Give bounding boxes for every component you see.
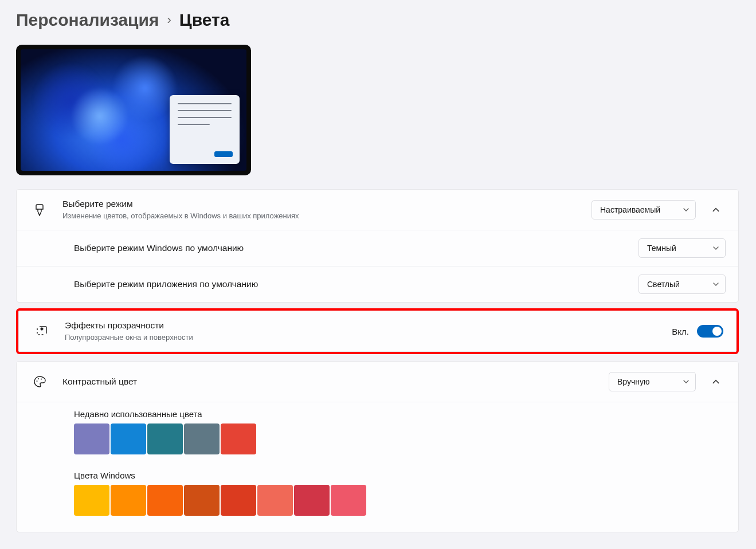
transparency-icon — [30, 325, 53, 338]
mode-panel: Выберите режим Изменение цветов, отображ… — [16, 189, 739, 303]
breadcrumb-current: Цвета — [179, 10, 230, 30]
mode-select[interactable]: Настраиваемый — [592, 200, 696, 219]
breadcrumb: Персонализация › Цвета — [16, 10, 739, 30]
transparency-toggle[interactable]: Вкл. — [672, 325, 723, 338]
wallpaper-preview — [21, 49, 246, 171]
windows-mode-select[interactable]: Темный — [639, 238, 726, 258]
transparency-title: Эффекты прозрачности — [65, 320, 660, 332]
transparency-row[interactable]: Эффекты прозрачности Полупрозрачные окна… — [19, 311, 736, 351]
windows-mode-row[interactable]: Выберите режим Windows по умолчанию Темн… — [17, 230, 738, 266]
color-swatch[interactable] — [147, 423, 183, 454]
transparency-desc: Полупрозрачные окна и поверхности — [65, 332, 660, 343]
color-swatch[interactable] — [221, 485, 256, 516]
color-swatch[interactable] — [294, 485, 330, 516]
color-swatch[interactable] — [111, 485, 146, 516]
windows-colors-label: Цвета Windows — [74, 470, 738, 480]
transparency-panel: Эффекты прозрачности Полупрозрачные окна… — [18, 311, 737, 352]
color-swatch[interactable] — [147, 485, 183, 516]
color-swatch[interactable] — [257, 485, 293, 516]
color-swatch[interactable] — [184, 485, 220, 516]
app-mode-label: Выберите режим приложения по умолчанию — [74, 279, 627, 291]
mode-select-value: Настраиваемый — [600, 205, 660, 214]
svg-point-2 — [41, 379, 42, 380]
chevron-right-icon: › — [167, 13, 171, 28]
windows-mode-label: Выберите режим Windows по умолчанию — [74, 242, 627, 254]
recent-colors-label: Недавно использованные цвета — [74, 409, 738, 419]
accent-mode-value: Вручную — [617, 377, 650, 386]
recent-colors-row — [74, 423, 738, 454]
palette-icon — [28, 375, 51, 388]
mode-collapse-button[interactable] — [706, 200, 726, 219]
accent-collapse-button[interactable] — [706, 372, 726, 391]
chevron-up-icon — [712, 378, 720, 386]
chevron-down-icon — [712, 281, 719, 288]
svg-point-1 — [38, 378, 39, 379]
windows-colors-row — [74, 485, 738, 516]
color-swatch[interactable] — [221, 423, 256, 454]
mode-row[interactable]: Выберите режим Изменение цветов, отображ… — [17, 190, 738, 230]
brush-icon — [28, 203, 51, 216]
highlight-box: Эффекты прозрачности Полупрозрачные окна… — [16, 308, 739, 354]
breadcrumb-parent[interactable]: Персонализация — [16, 10, 159, 30]
accent-panel: Контрастный цвет Вручную Недавно использ… — [16, 361, 739, 532]
chevron-down-icon — [683, 206, 690, 213]
color-swatch[interactable] — [74, 423, 109, 454]
toggle-switch[interactable] — [697, 325, 723, 338]
chevron-down-icon — [712, 245, 719, 252]
app-mode-select[interactable]: Светлый — [639, 274, 726, 294]
accent-title: Контрастный цвет — [62, 376, 597, 388]
color-swatch[interactable] — [331, 485, 366, 516]
chevron-down-icon — [683, 378, 690, 385]
color-swatch[interactable] — [74, 485, 109, 516]
desktop-preview — [16, 45, 251, 175]
chevron-up-icon — [712, 206, 720, 214]
windows-mode-value: Темный — [647, 244, 676, 253]
transparency-state-label: Вкл. — [672, 327, 689, 336]
recent-colors-section: Недавно использованные цвета Цвета Windo… — [17, 402, 738, 516]
color-swatch[interactable] — [184, 423, 220, 454]
accent-mode-select[interactable]: Вручную — [609, 372, 696, 391]
mode-desc: Изменение цветов, отображаемых в Windows… — [62, 211, 580, 221]
mode-title: Выберите режим — [62, 198, 580, 210]
window-preview — [170, 95, 240, 164]
accent-row[interactable]: Контрастный цвет Вручную — [17, 362, 738, 402]
app-mode-row[interactable]: Выберите режим приложения по умолчанию С… — [17, 266, 738, 302]
color-swatch[interactable] — [111, 423, 146, 454]
app-mode-value: Светлый — [647, 280, 680, 289]
svg-point-0 — [37, 381, 38, 382]
